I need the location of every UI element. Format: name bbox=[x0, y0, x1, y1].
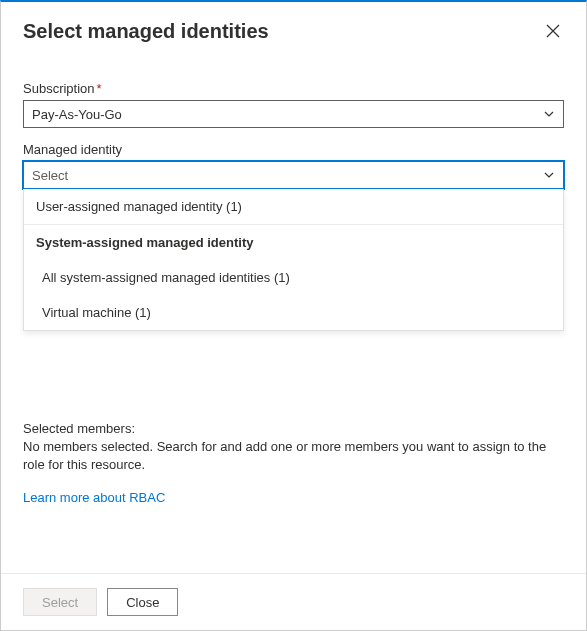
subscription-select[interactable]: Pay-As-You-Go bbox=[23, 100, 564, 128]
managed-identity-label: Managed identity bbox=[23, 142, 564, 157]
subscription-value: Pay-As-You-Go bbox=[32, 107, 122, 122]
select-button: Select bbox=[23, 588, 97, 616]
subscription-label-text: Subscription bbox=[23, 81, 95, 96]
panel-title: Select managed identities bbox=[23, 20, 269, 43]
chevron-down-icon bbox=[543, 108, 555, 120]
selected-members-label: Selected members: bbox=[23, 421, 564, 436]
selected-members-message: No members selected. Search for and add … bbox=[23, 438, 564, 474]
footer: Select Close bbox=[1, 573, 586, 630]
subscription-label: Subscription* bbox=[23, 81, 564, 96]
close-button[interactable]: Close bbox=[107, 588, 178, 616]
chevron-down-icon bbox=[543, 169, 555, 181]
close-icon[interactable] bbox=[542, 20, 564, 45]
managed-identity-placeholder: Select bbox=[32, 168, 68, 183]
dropdown-group-header-system: System-assigned managed identity bbox=[24, 224, 563, 260]
learn-more-link[interactable]: Learn more about RBAC bbox=[23, 490, 165, 505]
managed-identity-select[interactable]: Select bbox=[23, 161, 564, 189]
dropdown-option-all-system[interactable]: All system-assigned managed identities (… bbox=[24, 260, 563, 295]
dropdown-option-user-assigned[interactable]: User-assigned managed identity (1) bbox=[24, 189, 563, 224]
dropdown-option-vm[interactable]: Virtual machine (1) bbox=[24, 295, 563, 330]
managed-identity-dropdown: User-assigned managed identity (1) Syste… bbox=[23, 189, 564, 331]
required-star-icon: * bbox=[97, 81, 102, 96]
